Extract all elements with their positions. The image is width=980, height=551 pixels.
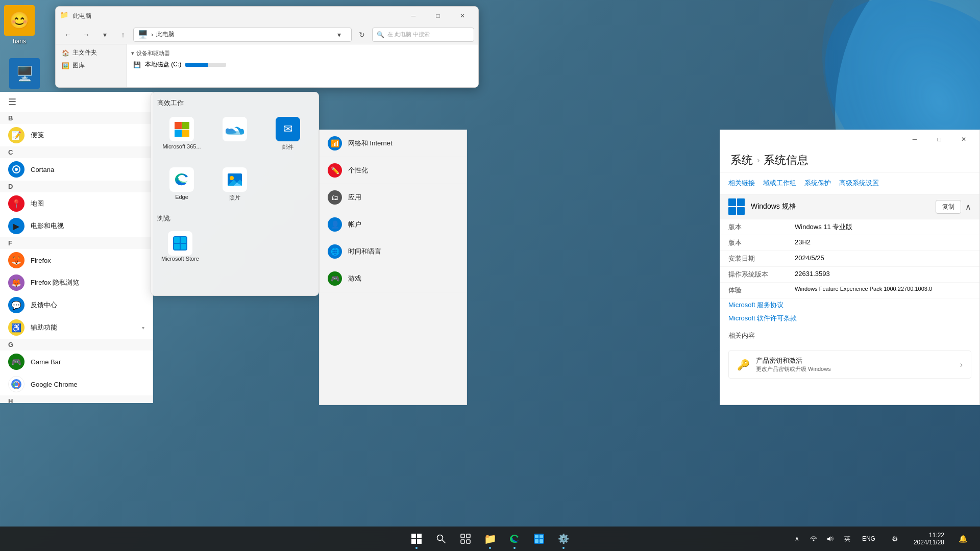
user-emoji: 😊 [9, 11, 30, 30]
tab-related-links[interactable]: 相关链接 [728, 177, 755, 190]
link-service-agreement[interactable]: Microsoft 服务协议 [720, 298, 979, 312]
tab-advanced[interactable]: 高级系统设置 [839, 177, 879, 190]
forward-button[interactable]: → [78, 28, 94, 42]
home-label: 主文件夹 [72, 48, 97, 57]
app-item-feedback[interactable]: 💬 反馈中心 [0, 294, 153, 316]
svg-point-7 [15, 383, 18, 386]
browse-section-title: 浏览 [157, 214, 312, 223]
edge-icon [169, 167, 194, 192]
svg-rect-24 [411, 539, 416, 544]
sysinfo-breadcrumb: 系统 › 系统信息 [720, 148, 979, 172]
app-item-bianzhu[interactable]: 📝 便笺 [0, 124, 153, 146]
folder-icon: 📁 [60, 11, 70, 21]
expand-button[interactable]: ∧ [965, 202, 971, 212]
related-item-activation[interactable]: 🔑 产品密钥和激活 更改产品密钥或升级 Windows › [728, 350, 971, 379]
pinned-m365[interactable]: Microsoft 365... [157, 113, 206, 155]
pinned-photos[interactable]: 照片 [210, 163, 259, 206]
key-icon: 🔑 [737, 359, 750, 371]
settings-tray-btn[interactable]: ⚙ [884, 528, 906, 550]
explorer-taskbar-btn[interactable]: 📁 [479, 528, 501, 550]
file-explorer-window: 📁 此电脑 ─ □ ✕ ← → ▾ ↑ 🖥️ › 此电脑 ▾ ↻ 🔍 在 此电脑… [55, 6, 479, 88]
pinned-apps-panel: 高效工作 Microsoft 365... [151, 92, 319, 296]
volume-tray-icon[interactable] [823, 532, 837, 546]
tray-expand-btn[interactable]: ∧ [790, 532, 804, 546]
app-item-accessibility[interactable]: ♿ 辅助功能 ▾ [0, 316, 153, 339]
taskview-button[interactable] [454, 528, 477, 550]
maximize-button[interactable]: □ [426, 8, 450, 24]
search-icon: 🔍 [377, 31, 384, 38]
taskbar-clock[interactable]: 11:22 2024/11/28 [911, 531, 947, 547]
app-item-firefox-private[interactable]: 🦊 Firefox 隐私浏览 [0, 271, 153, 294]
address-bar[interactable]: 🖥️ › 此电脑 ▾ [133, 28, 352, 42]
gaming-icon: 🎮 [328, 271, 342, 286]
tab-protection[interactable]: 系统保护 [804, 177, 831, 190]
svg-rect-25 [417, 539, 422, 544]
app-item-firefox[interactable]: 🦊 Firefox [0, 249, 153, 271]
pinned-onedrive[interactable] [210, 113, 259, 155]
notification-button[interactable]: 🔔 [951, 528, 974, 550]
sysinfo-minimize[interactable]: ─ [903, 131, 926, 147]
sysinfo-row-edition: 版本 Windows 11 专业版 [720, 219, 979, 235]
keyboard-layout-btn[interactable]: ENG [857, 528, 880, 550]
app-item-map[interactable]: 📍 地图 [0, 192, 153, 215]
experience-value: Windows Feature Experience Pack 1000.227… [795, 286, 971, 295]
firefox-private-label: Firefox 隐私浏览 [31, 278, 79, 287]
settings-accounts[interactable]: 👤 帐户 [320, 211, 467, 238]
version-value: 23H2 [795, 238, 971, 247]
svg-point-4 [15, 168, 18, 171]
pinned-mail[interactable]: ✉ 邮件 [263, 113, 312, 155]
app-item-cortana[interactable]: Cortana [0, 158, 153, 181]
network-tray-icon[interactable] [806, 532, 821, 546]
svg-marker-38 [827, 536, 830, 541]
back-button[interactable]: ← [60, 28, 76, 42]
address-dropdown[interactable]: ▾ [331, 28, 347, 42]
svg-rect-20 [174, 244, 180, 249]
sysinfo-close[interactable]: ✕ [952, 131, 975, 147]
version-label: 版本 [728, 238, 795, 247]
activation-content: 🔑 产品密钥和激活 更改产品密钥或升级 Windows [737, 356, 831, 373]
settings-gaming[interactable]: 🎮 游戏 [320, 265, 467, 292]
edge-taskbar-btn[interactable] [503, 528, 526, 550]
svg-rect-28 [461, 534, 464, 538]
start-button[interactable] [405, 528, 428, 550]
pinned-grid-row1: Microsoft 365... ✉ 邮件 [157, 113, 312, 155]
up-button[interactable]: ↑ [115, 28, 131, 42]
sidebar-gallery[interactable]: 🖼️ 图库 [56, 59, 127, 72]
pinned-edge[interactable]: Edge [157, 163, 206, 206]
sidebar-home[interactable]: 🏠 主文件夹 [56, 46, 127, 59]
desktop-user-icon[interactable]: 😊 hans [4, 5, 35, 45]
sysinfo-restore[interactable]: □ [927, 131, 951, 147]
minimize-button[interactable]: ─ [402, 8, 425, 24]
refresh-button[interactable]: ↻ [354, 28, 370, 42]
store-taskbar-btn[interactable] [528, 528, 550, 550]
svg-rect-8 [175, 122, 182, 129]
input-method[interactable]: 英 [841, 533, 853, 545]
svg-line-27 [442, 540, 445, 543]
settings-time[interactable]: 🌐 时间和语言 [320, 238, 467, 265]
activation-desc: 更改产品密钥或升级 Windows [756, 365, 831, 373]
app-item-dianying[interactable]: ▶ 电影和电视 [0, 215, 153, 237]
apps-icon: 🗂 [328, 190, 342, 205]
personalization-label: 个性化 [348, 166, 368, 175]
letter-f: F [0, 237, 153, 249]
hamburger-icon[interactable]: ☰ [8, 96, 16, 108]
settings-network[interactable]: 📶 网络和 Internet [320, 130, 467, 157]
disk-c-item[interactable]: 💾 本地磁盘 (C:) [131, 58, 474, 71]
copy-button[interactable]: 复制 [936, 200, 961, 214]
link-software-license[interactable]: Microsoft 软件许可条款 [720, 312, 979, 325]
close-button[interactable]: ✕ [451, 8, 474, 24]
desktop-icon-monitor[interactable]: 🖥️ [4, 56, 45, 91]
search-button[interactable] [430, 528, 452, 550]
settings-taskbar-btn[interactable]: ⚙️ [552, 528, 575, 550]
user-avatar: 😊 [4, 5, 35, 36]
search-bar[interactable]: 🔍 在 此电脑 中搜索 [372, 28, 474, 42]
app-item-chrome[interactable]: 英 Google Chrome [0, 373, 153, 395]
browse-store[interactable]: Microsoft Store [157, 227, 203, 266]
tab-domain[interactable]: 域或工作组 [763, 177, 796, 190]
settings-personalization[interactable]: ✏️ 个性化 [320, 157, 467, 184]
settings-apps[interactable]: 🗂 应用 [320, 184, 467, 211]
recent-button[interactable]: ▾ [96, 28, 113, 42]
store-label: Microsoft Store [161, 256, 199, 262]
explorer-toolbar: ← → ▾ ↑ 🖥️ › 此电脑 ▾ ↻ 🔍 在 此电脑 中搜索 [56, 25, 478, 44]
app-item-gamebar[interactable]: 🎮 Game Bar [0, 350, 153, 373]
